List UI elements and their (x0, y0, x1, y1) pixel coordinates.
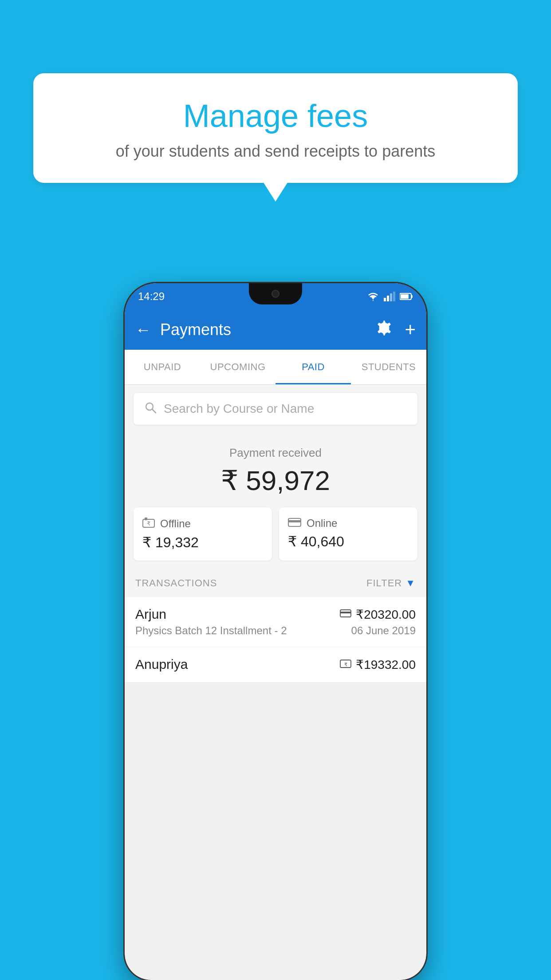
tabs-container: UNPAID UPCOMING PAID STUDENTS (125, 350, 426, 385)
transaction-amount-wrap: ₹ ₹19332.00 (340, 657, 416, 672)
filter-button[interactable]: FILTER ▼ (366, 577, 416, 589)
svg-rect-2 (387, 296, 389, 301)
transaction-row1: Anupriya ₹ ₹19332.00 (135, 657, 416, 672)
offline-card-header: ₹ Offline (142, 517, 191, 530)
search-bar[interactable]: Search by Course or Name (134, 393, 417, 425)
transaction-item[interactable]: Anupriya ₹ ₹19332.00 (125, 647, 426, 683)
svg-rect-14 (145, 518, 147, 520)
transaction-amount: ₹19332.00 (356, 657, 416, 672)
svg-text:₹: ₹ (344, 662, 347, 667)
transactions-label: TRANSACTIONS (135, 577, 217, 589)
payment-cards: ₹ Offline ₹ 19,332 (134, 507, 417, 561)
phone-frame: 14:29 (125, 283, 426, 980)
offline-label: Offline (160, 518, 191, 530)
transaction-item[interactable]: Arjun ₹20320.00 Physics Batch 12 Install… (125, 597, 426, 647)
payment-total-amount: ₹ 59,972 (134, 464, 417, 497)
tab-students[interactable]: STUDENTS (351, 350, 426, 384)
online-label: Online (307, 517, 337, 530)
payment-received-label: Payment received (134, 446, 417, 460)
bubble-title: Manage fees (60, 98, 491, 134)
online-amount: ₹ 40,640 (288, 533, 344, 550)
transaction-course: Physics Batch 12 Installment - 2 (135, 624, 287, 637)
svg-rect-7 (401, 294, 409, 299)
add-button[interactable]: + (405, 319, 416, 340)
filter-icon: ▼ (405, 577, 416, 589)
svg-rect-16 (288, 520, 301, 522)
search-placeholder: Search by Course or Name (164, 402, 314, 416)
offline-icon: ₹ (142, 517, 155, 530)
payment-summary: Payment received ₹ 59,972 ₹ (125, 433, 426, 569)
notch (249, 283, 302, 304)
search-icon (144, 401, 157, 417)
battery-icon (400, 292, 413, 300)
camera-dot (272, 290, 279, 298)
transaction-row2: Physics Batch 12 Installment - 2 06 June… (135, 624, 416, 637)
svg-rect-4 (393, 292, 395, 301)
signal-icon (384, 292, 395, 301)
svg-line-11 (152, 409, 156, 413)
settings-button[interactable] (377, 320, 392, 339)
offline-payment-icon: ₹ (340, 659, 351, 670)
offline-amount: ₹ 19,332 (142, 534, 199, 551)
tab-unpaid[interactable]: UNPAID (125, 350, 200, 384)
tab-upcoming[interactable]: UPCOMING (200, 350, 276, 384)
phone-screen: 14:29 (125, 283, 426, 980)
status-time: 14:29 (138, 290, 165, 303)
speech-bubble: Manage fees of your students and send re… (33, 73, 518, 183)
transaction-date: 06 June 2019 (351, 624, 416, 637)
svg-text:₹: ₹ (147, 520, 150, 527)
transaction-amount-wrap: ₹20320.00 (340, 607, 416, 622)
app-bar-title: Payments (160, 320, 368, 339)
svg-rect-18 (340, 612, 351, 613)
offline-card: ₹ Offline ₹ 19,332 (134, 507, 272, 561)
app-bar: ← Payments + (125, 310, 426, 350)
transaction-row1: Arjun ₹20320.00 (135, 607, 416, 622)
bubble-subtitle: of your students and send receipts to pa… (60, 142, 491, 161)
online-card-header: Online (288, 517, 337, 530)
back-button[interactable]: ← (135, 320, 151, 339)
filter-label: FILTER (366, 577, 402, 589)
svg-rect-3 (390, 293, 392, 301)
search-container: Search by Course or Name (125, 385, 426, 433)
transaction-name: Arjun (135, 607, 166, 622)
transaction-name: Anupriya (135, 657, 188, 672)
app-bar-icons: + (377, 319, 416, 340)
card-payment-icon (340, 609, 351, 620)
status-bar: 14:29 (125, 283, 426, 310)
svg-rect-6 (411, 295, 413, 298)
svg-rect-1 (384, 298, 386, 301)
status-icons (367, 292, 413, 301)
gear-icon (377, 320, 392, 336)
wifi-icon (367, 292, 379, 301)
online-icon (288, 517, 301, 530)
tab-paid[interactable]: PAID (276, 350, 351, 384)
online-card: Online ₹ 40,640 (279, 507, 417, 561)
transactions-header: TRANSACTIONS FILTER ▼ (125, 569, 426, 597)
transaction-amount: ₹20320.00 (356, 607, 416, 622)
